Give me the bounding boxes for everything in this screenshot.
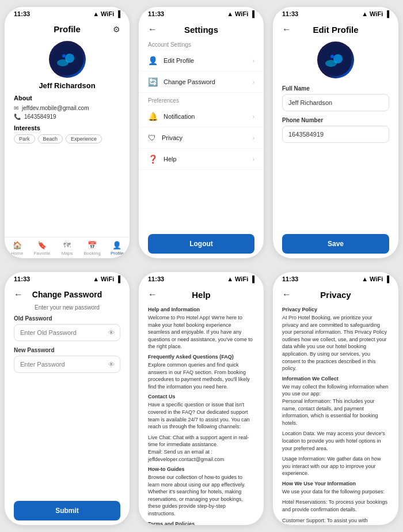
submit-button[interactable]: Submit (14, 501, 120, 520)
change-password-subtitle: Enter your new password (5, 302, 130, 315)
edit-header: ← Edit Profile (273, 20, 398, 37)
interests-label: Interests (14, 124, 120, 131)
help-section-0-text: Welcome to Pro Hotel App! We're here to … (148, 314, 254, 350)
battery-icon: ▐ (385, 276, 389, 282)
privacy-icon: 🛡 (148, 133, 156, 142)
signal-icon: ▲ (93, 276, 99, 282)
chevron-right-icon: › (253, 58, 254, 64)
new-password-group: New Password 👁 (5, 347, 130, 373)
privacy-item[interactable]: 🛡 Privacy › (139, 127, 264, 149)
tag-beach: Beach (38, 134, 63, 144)
tag-park: Park (14, 134, 35, 144)
chevron-right-icon5: › (253, 156, 254, 163)
full-name-input[interactable] (282, 94, 389, 111)
maps-icon: 🗺 (63, 241, 71, 250)
privacy-section-2-text: Location Data: We may access your device… (282, 430, 389, 452)
help-icon: ❓ (148, 154, 158, 164)
battery-icon: ▐ (116, 10, 120, 17)
nav-profile[interactable]: 👤 Profile (105, 241, 130, 256)
wifi-icon: WiFi (101, 276, 114, 282)
nav-home-label: Home (11, 251, 23, 256)
nav-booking[interactable]: 📅 Booking (79, 241, 104, 256)
settings-screen: 11:33 ▲ WiFi ▐ ← Settings Account Settin… (139, 7, 264, 258)
privacy-section-1-text: We may collect the following information… (282, 383, 389, 427)
eye-icon[interactable]: 👁 (108, 329, 115, 336)
help-screen: 11:33 ▲ WiFi ▐ ← Help Help and Informati… (139, 272, 264, 525)
booking-icon: 📅 (88, 241, 97, 250)
change-password-title: Change Password (28, 290, 107, 299)
status-bar: 11:33 ▲ WiFi ▐ (139, 7, 264, 20)
edit-profile-item[interactable]: 👤 Edit Profile › (139, 50, 264, 71)
phone-label: Phone Number (282, 117, 389, 123)
change-password-label: Change Password (164, 78, 253, 85)
back-arrow[interactable]: ← (282, 24, 291, 35)
help-content: Help and Information Welcome to Pro Hote… (139, 302, 264, 525)
phone-input[interactable] (282, 126, 389, 143)
full-name-group: Full Name (273, 85, 398, 111)
old-password-input[interactable] (14, 324, 120, 341)
privacy-content: Privacy Policy At Pro Hotel Booking, we … (273, 302, 398, 525)
eye-icon2[interactable]: 👁 (108, 361, 115, 368)
help-section-3-text: Live Chat: Chat with a support agent in … (148, 434, 254, 463)
privacy-section-0-text: At Pro Hotel Booking, we prioritize your… (282, 314, 389, 372)
nav-profile-label: Profile (111, 251, 124, 256)
back-arrow[interactable]: ← (148, 24, 157, 35)
notification-item[interactable]: 🔔 Notification › (139, 106, 264, 127)
svg-point-7 (330, 55, 334, 58)
nav-favorite-label: Favorite (34, 251, 51, 256)
privacy-section-1-title: Information We Collect (282, 376, 389, 382)
status-icons: ▲ WiFi ▐ (227, 10, 254, 17)
change-password-item[interactable]: 🔄 Change Password › (139, 71, 264, 93)
nav-home[interactable]: 🏠 Home (5, 241, 29, 256)
avatar (49, 41, 86, 78)
nav-maps[interactable]: 🗺 Maps (55, 241, 79, 256)
favorite-icon: 🔖 (37, 241, 47, 250)
privacy-screen: 11:33 ▲ WiFi ▐ ← Privacy Privacy Policy … (273, 272, 398, 525)
wifi-icon: WiFi (235, 276, 248, 282)
full-name-label: Full Name (282, 85, 389, 92)
nav-favorite[interactable]: 🔖 Favorite (29, 241, 54, 256)
signal-icon: ▲ (362, 276, 368, 282)
chevron-right-icon4: › (253, 135, 254, 141)
gear-icon[interactable]: ⚙ (113, 25, 120, 34)
help-section-2-text: Have a specific question or issue that i… (148, 401, 254, 430)
chevron-right-icon2: › (253, 79, 254, 85)
interest-tags: Park Beach Experience (14, 134, 120, 144)
account-section-label: Account Settings (139, 37, 264, 50)
help-header: ← Help (139, 285, 264, 302)
old-password-label: Old Password (14, 315, 120, 322)
help-item[interactable]: ❓ Help › (139, 149, 264, 170)
save-button[interactable]: Save (282, 234, 389, 254)
logout-button[interactable]: Logout (148, 234, 254, 254)
settings-header: ← Settings (139, 20, 264, 37)
help-section-1-text: Explore common queries and find quick an… (148, 361, 254, 390)
new-password-input[interactable] (14, 356, 120, 373)
help-section-4-text: Browse our collection of how-to guides t… (148, 474, 254, 518)
back-arrow[interactable]: ← (148, 289, 157, 300)
privacy-section-3-text: Usage Information: We gather data on how… (282, 455, 389, 477)
old-password-group: Old Password 👁 (5, 315, 130, 341)
back-arrow[interactable]: ← (282, 289, 291, 300)
phone-icon: 📞 (14, 114, 21, 120)
signal-icon: ▲ (93, 10, 99, 17)
back-arrow[interactable]: ← (14, 289, 23, 300)
time: 11:33 (14, 276, 30, 282)
wifi-icon: WiFi (370, 10, 383, 17)
settings-title: Settings (162, 25, 241, 35)
signal-icon: ▲ (227, 276, 233, 282)
profile-icon: 👤 (112, 241, 121, 250)
user-name: Jeff Richardson (5, 81, 130, 90)
time: 11:33 (148, 276, 164, 282)
phone-value: 1643584919 (24, 114, 56, 120)
chevron-right-icon3: › (253, 114, 254, 120)
privacy-section-6-text: Customer Support: To assist you with inq… (282, 517, 389, 525)
privacy-label: Privacy (162, 134, 253, 141)
new-password-label: New Password (14, 347, 120, 353)
time: 11:33 (14, 10, 30, 17)
status-bar: 11:33 ▲ WiFi ▐ (273, 7, 398, 20)
edit-avatar-container (273, 41, 398, 78)
help-section-5-title: Terms and Policies (148, 521, 254, 525)
privacy-section-4-title: How We Use Your Information (282, 481, 389, 486)
avatar-container (5, 41, 130, 78)
bottom-nav: 🏠 Home 🔖 Favorite 🗺 Maps 📅 Booking 👤 Pro… (5, 237, 130, 258)
